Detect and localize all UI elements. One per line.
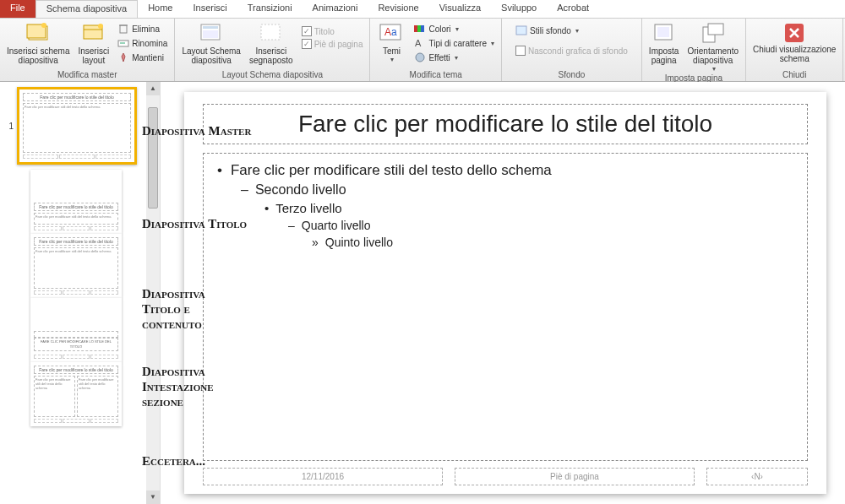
body-placeholder[interactable]: Fare clic per modificare stili del testo…	[203, 153, 808, 461]
layout-icon	[81, 22, 106, 46]
svg-text:A: A	[415, 38, 422, 48]
orientation-button[interactable]: Orientamento diapositiva	[684, 20, 742, 73]
svg-rect-19	[421, 25, 424, 32]
preserve-button[interactable]: Mantieni	[114, 51, 171, 64]
footer-checkbox[interactable]: ✓Piè di pagina	[298, 38, 367, 50]
svg-rect-6	[120, 25, 127, 33]
svg-rect-18	[417, 25, 421, 32]
tab-animations[interactable]: Animazioni	[303, 0, 368, 18]
ribbon-tabs: File Schema diapositiva Home Inserisci T…	[0, 0, 845, 19]
svg-rect-22	[516, 26, 526, 35]
text-level-3: Terzo livello	[264, 201, 793, 215]
group-theme: Aa Temi Colori ATipi di carattere Effett…	[370, 19, 502, 81]
ribbon: Inserisci schema diapositiva Inserisci l…	[0, 19, 845, 82]
svg-rect-12	[203, 30, 218, 38]
scroll-thumb[interactable]	[148, 107, 158, 209]
insert-slide-master-button[interactable]: Inserisci schema diapositiva	[3, 20, 73, 65]
scroll-up-button[interactable]: ▲	[146, 82, 160, 95]
text-level-2: Secondo livello	[241, 182, 793, 198]
tab-transitions[interactable]: Transizioni	[237, 0, 303, 18]
checkbox-icon: ✓	[302, 39, 312, 49]
master-layout-button[interactable]: Layout Schema diapositiva	[178, 20, 244, 65]
slide-canvas: Fare clic per modificare lo stile del ti…	[161, 82, 845, 504]
tab-home[interactable]: Home	[138, 0, 183, 18]
thumbnails-scrollbar[interactable]: ▲ ▼	[146, 82, 160, 504]
svg-rect-17	[414, 25, 417, 32]
group-close: Chiudi visualizzazione schema Chiudi	[746, 19, 843, 81]
title-checkbox[interactable]: ✓Titolo	[298, 25, 367, 37]
slide-master-preview[interactable]: Fare clic per modificare lo stile del ti…	[184, 92, 826, 494]
close-master-view-button[interactable]: Chiudi visualizzazione schema	[750, 20, 839, 63]
insert-placeholder-button[interactable]: Inserisci segnaposto	[246, 20, 297, 65]
placeholder-icon	[259, 22, 284, 46]
svg-rect-11	[203, 26, 218, 29]
checkbox-icon	[515, 46, 526, 56]
colors-icon	[414, 23, 426, 35]
hide-bg-checkbox[interactable]: Nascondi grafica di sfondo	[512, 45, 631, 57]
colors-button[interactable]: Colori	[411, 22, 498, 35]
background-styles-button[interactable]: Stili sfondo	[512, 24, 631, 37]
group-modifica-master: Inserisci schema diapositiva Inserisci l…	[0, 19, 175, 81]
bg-styles-icon	[515, 24, 527, 36]
svg-rect-13	[261, 24, 280, 40]
close-icon	[782, 22, 806, 44]
thumbnail-layout-title[interactable]: Fare clic per modificare lo stile del ti…	[30, 170, 122, 234]
thumbnail-master[interactable]: Fare clic per modificare lo stile del ti…	[17, 87, 137, 165]
tab-view[interactable]: Visualizza	[429, 0, 491, 18]
group-background: Stili sfondo Nascondi grafica di sfondo …	[502, 19, 642, 81]
fonts-button[interactable]: ATipi di carattere	[411, 36, 498, 50]
tab-slide-master[interactable]: Schema diapositiva	[35, 0, 138, 18]
group-page-setup: Imposta pagina Orientamento diapositiva …	[642, 19, 746, 81]
svg-point-2	[41, 23, 46, 28]
svg-point-5	[98, 24, 103, 29]
thumbnail-layout-section[interactable]: FARE CLIC PER MODIFICARE LO STILE DEL TI…	[30, 298, 122, 362]
svg-rect-26	[708, 24, 723, 35]
svg-text:a: a	[391, 26, 397, 38]
group-label: Modifica tema	[373, 69, 498, 81]
svg-point-21	[416, 53, 424, 62]
themes-icon: Aa	[379, 22, 404, 46]
slide-number-placeholder[interactable]: ‹N›	[706, 468, 808, 485]
page-setup-button[interactable]: Imposta pagina	[646, 20, 683, 65]
group-layout: Layout Schema diapositiva Inserisci segn…	[175, 19, 370, 81]
tab-review[interactable]: Revisione	[368, 0, 428, 18]
thumbnail-layout-two-content[interactable]: Fare clic per modificare lo stile del ti…	[30, 362, 122, 426]
slide-thumbnails-pane: 1 Fare clic per modificare lo stile del …	[0, 82, 161, 504]
group-label: Sfondo	[505, 69, 638, 81]
tab-developer[interactable]: Sviluppo	[491, 0, 547, 18]
slide-master-icon	[25, 22, 51, 46]
checkbox-icon: ✓	[302, 26, 312, 36]
svg-text:A: A	[384, 26, 391, 38]
date-placeholder[interactable]: 12/11/2016	[203, 468, 443, 485]
group-label: Layout Schema diapositiva	[178, 69, 366, 81]
pin-icon	[117, 51, 129, 63]
themes-button[interactable]: Aa Temi	[373, 20, 409, 63]
master-layout-icon	[199, 22, 224, 46]
tab-acrobat[interactable]: Acrobat	[547, 0, 599, 18]
delete-icon	[117, 23, 129, 35]
delete-button[interactable]: Elimina	[114, 22, 171, 35]
page-setup-icon	[651, 22, 677, 46]
effects-icon	[414, 51, 426, 63]
master-number: 1	[5, 122, 14, 131]
tab-insert[interactable]: Inserisci	[183, 0, 237, 18]
thumbnail-layout-content[interactable]: Fare clic per modificare lo stile del ti…	[30, 234, 122, 298]
footer-placeholder[interactable]: Piè di pagina	[455, 468, 695, 485]
orientation-icon	[701, 22, 726, 46]
group-label: Chiudi	[750, 69, 839, 81]
rename-button[interactable]: Rinomina	[114, 36, 171, 50]
workspace: 1 Fare clic per modificare lo stile del …	[0, 82, 845, 504]
scroll-down-button[interactable]: ▼	[146, 490, 160, 504]
text-level-4: Quarto livello	[288, 219, 793, 232]
rename-icon	[117, 37, 129, 49]
title-placeholder[interactable]: Fare clic per modificare lo stile del ti…	[203, 104, 808, 144]
text-level-1: Fare clic per modificare stili del testo…	[217, 162, 793, 179]
svg-rect-24	[657, 27, 669, 37]
text-level-5: Quinto livello	[312, 236, 793, 249]
fonts-icon: A	[414, 37, 426, 49]
group-label: Modifica master	[3, 69, 171, 81]
insert-layout-button[interactable]: Inserisci layout	[74, 20, 112, 65]
tab-file[interactable]: File	[0, 0, 35, 18]
effects-button[interactable]: Effetti	[411, 51, 498, 64]
